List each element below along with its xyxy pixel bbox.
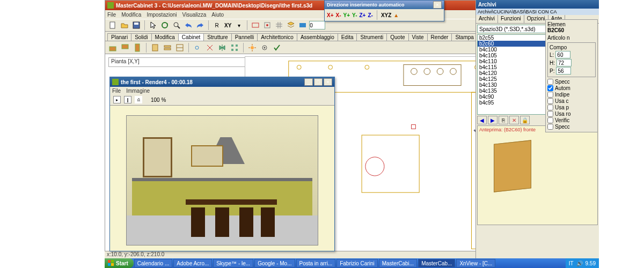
undo-icon[interactable]	[183, 20, 194, 31]
pause-icon[interactable]: ‖	[124, 96, 131, 103]
render-window[interactable]: the first - Render4 - 00:00.18 _ □ × Fil…	[109, 77, 335, 251]
render-minimize-button[interactable]: _	[304, 78, 313, 86]
unlink-icon[interactable]	[204, 42, 215, 53]
task-item[interactable]: MasterCab...	[418, 259, 455, 267]
tab-architettonico[interactable]: Architettonico	[257, 33, 297, 41]
dir-xyz[interactable]: XYZ	[381, 12, 391, 18]
save-icon[interactable]	[131, 20, 142, 31]
tab-planari[interactable]: Planari	[107, 33, 131, 41]
nav-prev-icon[interactable]: ◀	[477, 116, 487, 124]
task-item[interactable]: Adobe Acro...	[173, 259, 212, 267]
pointer-icon[interactable]	[148, 20, 158, 31]
menu-visualizza[interactable]: Visualizza	[182, 12, 207, 18]
gear-icon[interactable]	[259, 42, 270, 53]
tab-render[interactable]: Render	[427, 33, 452, 41]
tab-viste[interactable]: Viste	[408, 33, 428, 41]
chk-usa-p[interactable]	[547, 105, 553, 110]
start-button[interactable]: Start	[105, 258, 134, 268]
tab-modifica[interactable]: Modifica	[151, 33, 179, 41]
dim-l-input[interactable]	[555, 51, 570, 58]
check-icon[interactable]	[272, 42, 282, 53]
chk-verific[interactable]	[547, 117, 553, 123]
dim-h-input[interactable]	[557, 59, 572, 66]
render-menu-immagine[interactable]: Immagine	[126, 88, 150, 94]
chk-specc[interactable]	[547, 79, 553, 85]
tray-net-icon[interactable]: 🔊	[576, 260, 583, 266]
link-icon[interactable]	[192, 42, 203, 53]
app-title: MasterCabinet 3 - C:\Users\aleoni.MW_DOM…	[116, 3, 511, 9]
tab-edita[interactable]: Edita	[338, 33, 357, 41]
tab-quote[interactable]: Quote	[386, 33, 408, 41]
tab-solidi[interactable]: Solidi	[131, 33, 151, 41]
nav-delete-icon[interactable]: ✕	[509, 116, 519, 124]
new-icon[interactable]	[107, 20, 118, 31]
chk-usa-c[interactable]	[547, 98, 553, 104]
direction-toolbar-window[interactable]: Direzione inserimento automatico × X+ X-…	[324, 0, 444, 21]
dir-x-minus[interactable]: X-	[336, 12, 341, 18]
render-close-button[interactable]: ×	[324, 78, 332, 86]
render-menu-file[interactable]: File	[112, 88, 121, 94]
menu-modifica[interactable]: Modifica	[121, 12, 141, 18]
cab-door-icon[interactable]	[150, 42, 160, 53]
dir-z-minus[interactable]: Z-	[368, 12, 372, 18]
render-maximize-button[interactable]: □	[314, 78, 323, 86]
subtab-funzioni[interactable]: Funzioni	[498, 15, 524, 23]
system-tray[interactable]: IT 🔊 9.59	[566, 258, 599, 268]
task-item[interactable]: Calendario ...	[134, 259, 172, 267]
dir-y-plus[interactable]: Y+	[343, 12, 350, 18]
zoom-icon[interactable]	[171, 20, 182, 31]
cab-shelf-icon[interactable]	[174, 42, 185, 53]
tab-pannelli[interactable]: Pannelli	[231, 33, 258, 41]
play-icon[interactable]: ▸	[113, 96, 121, 103]
dir-x-plus[interactable]: X+	[327, 12, 334, 18]
menu-file[interactable]: File	[107, 12, 116, 18]
task-item[interactable]: Google - Mo...	[254, 259, 295, 267]
axis-dropdown-icon[interactable]: ▾	[233, 20, 244, 31]
rotate-icon[interactable]: R	[211, 20, 222, 31]
nav-next-icon[interactable]: ▶	[488, 116, 497, 124]
cab-drawer-icon[interactable]	[162, 42, 173, 53]
tray-lang[interactable]: IT	[569, 260, 574, 266]
refresh-icon[interactable]	[159, 20, 170, 31]
task-item[interactable]: Skype™ - le...	[213, 259, 253, 267]
task-item[interactable]: Posta in arri...	[296, 259, 336, 267]
redo-icon[interactable]	[195, 20, 206, 31]
rect-tool-icon[interactable]	[250, 20, 261, 31]
triangle-icon[interactable]: ▲	[393, 12, 399, 18]
dim-p-input[interactable]	[556, 67, 571, 75]
chk-indipe[interactable]	[547, 92, 553, 98]
chk-autom[interactable]	[547, 85, 553, 91]
cab-tall-icon[interactable]	[132, 42, 143, 53]
explode-icon[interactable]	[247, 42, 258, 53]
tab-stampa[interactable]: Stampa	[451, 33, 477, 41]
menu-aiuto[interactable]: Aiuto	[211, 12, 224, 18]
tab-assemblaggio[interactable]: Assemblaggio	[297, 33, 338, 41]
snap-icon[interactable]	[262, 20, 273, 31]
nav-copy-icon[interactable]: ⎘	[499, 116, 508, 124]
menu-impostazioni[interactable]: Impostazioni	[147, 12, 177, 18]
task-item[interactable]: MasterCabi...	[379, 259, 417, 267]
dir-y-minus[interactable]: Y-	[352, 12, 357, 18]
tab-strumenti[interactable]: Strumenti	[356, 33, 387, 41]
chk-specc2[interactable]	[547, 124, 553, 130]
subtab-opzioni[interactable]: Opzioni	[524, 15, 548, 23]
spin-value[interactable]	[309, 21, 325, 29]
render-icon[interactable]	[297, 20, 308, 31]
layers-icon[interactable]	[286, 20, 296, 31]
nav-lock-icon[interactable]: 🔒	[520, 116, 530, 124]
chk-usa-ro[interactable]	[547, 111, 553, 117]
mirror-icon[interactable]	[217, 42, 228, 53]
tab-cabinet[interactable]: Cabinet	[178, 33, 204, 41]
subtab-archivi[interactable]: Archivi	[476, 15, 498, 23]
dir-z-plus[interactable]: Z+	[359, 12, 365, 18]
task-item[interactable]: XnView - [C...	[456, 259, 495, 267]
grid-icon[interactable]	[274, 20, 284, 31]
array-icon[interactable]	[229, 42, 240, 53]
cab-wall-icon[interactable]	[120, 42, 130, 53]
direction-close-button[interactable]: ×	[433, 1, 442, 9]
cab-base-icon[interactable]	[107, 42, 118, 53]
task-item[interactable]: Fabrizio Carini	[336, 259, 377, 267]
stop-icon[interactable]: ⎙	[135, 96, 142, 103]
tab-strutture[interactable]: Strutture	[203, 33, 231, 41]
open-icon[interactable]	[119, 20, 130, 31]
